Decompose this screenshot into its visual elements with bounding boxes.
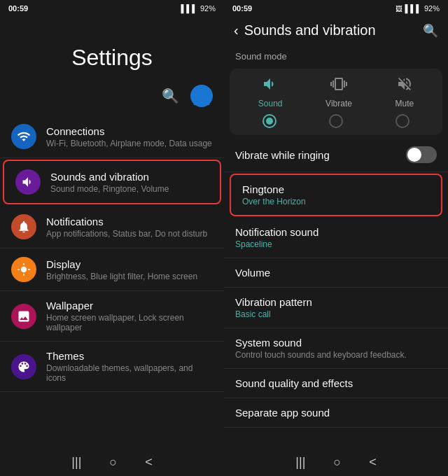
wallpaper-title: Wallpaper xyxy=(46,300,213,312)
connections-subtitle: Wi-Fi, Bluetooth, Airplane mode, Data us… xyxy=(46,139,213,148)
connections-text: Connections Wi-Fi, Bluetooth, Airplane m… xyxy=(46,125,213,148)
radio-row xyxy=(237,114,435,128)
profile-icon[interactable]: 👤 xyxy=(190,85,213,107)
radio-sound[interactable] xyxy=(262,114,276,128)
display-text: Display Brightness, Blue light filter, H… xyxy=(46,258,213,281)
sounds-title: Sounds and vibration xyxy=(50,171,209,183)
right-nav-menu[interactable]: ||| xyxy=(295,455,305,470)
wallpaper-subtitle: Home screen wallpaper, Lock screen wallp… xyxy=(46,313,213,332)
left-nav-home[interactable]: ○ xyxy=(109,455,117,470)
connections-icon xyxy=(11,124,36,149)
system-sound-subtitle: Control touch sounds and keyboard feedba… xyxy=(235,350,437,360)
ringtone-row[interactable]: Ringtone Over the Horizon xyxy=(230,174,442,216)
search-row: 🔍 👤 xyxy=(0,85,224,115)
sound-mode-options: Sound Vibrate Mute xyxy=(237,76,435,108)
left-signal-icon: ▌▌▌ xyxy=(181,4,197,13)
notifications-title: Notifications xyxy=(46,216,213,227)
right-nav-back[interactable]: < xyxy=(369,455,377,470)
display-subtitle: Brightness, Blue light filter, Home scre… xyxy=(46,272,213,281)
sounds-icon xyxy=(15,169,41,195)
themes-subtitle: Downloadable themes, wallpapers, and ico… xyxy=(46,363,213,383)
system-sound-title: System sound xyxy=(235,337,437,349)
right-title-row: ‹ Sounds and vibration 🔍 xyxy=(224,17,448,44)
notifications-icon xyxy=(11,214,36,239)
left-nav-bar: ||| ○ < xyxy=(0,448,224,476)
display-icon xyxy=(11,257,36,282)
settings-item-themes[interactable]: Themes Downloadable themes, wallpapers, … xyxy=(0,342,224,392)
right-title-container: ‹ Sounds and vibration xyxy=(234,22,376,38)
left-status-icons: ▌▌▌ 92% xyxy=(181,4,216,13)
right-search-icon[interactable]: 🔍 xyxy=(423,23,438,38)
separate-app-title: Separate app sound xyxy=(235,407,437,419)
sound-option-vibrate[interactable]: Vibrate xyxy=(326,76,352,108)
vibrate-label: Vibrate xyxy=(326,99,352,108)
separate-app-sound-row[interactable]: Separate app sound xyxy=(224,398,448,428)
right-content: Sound mode Sound Vibrate xyxy=(224,44,448,448)
themes-icon xyxy=(11,354,36,379)
right-time: 00:59 xyxy=(232,4,252,13)
notification-sound-row[interactable]: Notification sound Spaceline xyxy=(224,218,448,258)
right-page-title: Sounds and vibration xyxy=(244,22,376,38)
notification-sound-value: Spaceline xyxy=(235,239,437,249)
right-nav-home[interactable]: ○ xyxy=(333,455,341,470)
radio-mute[interactable] xyxy=(396,114,410,128)
system-sound-row[interactable]: System sound Control touch sounds and ke… xyxy=(224,328,448,369)
themes-text: Themes Downloadable themes, wallpapers, … xyxy=(46,350,213,383)
right-panel: 00:59 🖼 ▌▌▌ 92% ‹ Sounds and vibration 🔍… xyxy=(224,0,448,476)
right-signal-icon: ▌▌▌ xyxy=(405,4,421,13)
ringtone-title: Ringtone xyxy=(242,183,430,195)
left-nav-menu[interactable]: ||| xyxy=(71,455,81,470)
sound-mode-label: Sound mode xyxy=(224,44,448,66)
themes-title: Themes xyxy=(46,350,213,362)
sound-option-mute[interactable]: Mute xyxy=(396,76,414,108)
sound-mode-section: Sound Vibrate Mute xyxy=(230,69,442,135)
settings-item-notifications[interactable]: Notifications App notifications, Status … xyxy=(0,206,224,248)
connections-title: Connections xyxy=(46,125,213,137)
sounds-text: Sounds and vibration Sound mode, Rington… xyxy=(50,171,209,194)
right-battery: 92% xyxy=(424,4,440,13)
left-status-bar: 00:59 ▌▌▌ 92% xyxy=(0,0,224,17)
wallpaper-icon xyxy=(11,304,36,329)
settings-list: Connections Wi-Fi, Bluetooth, Airplane m… xyxy=(0,115,224,448)
sound-icon xyxy=(262,76,279,96)
volume-row[interactable]: Volume xyxy=(224,258,448,288)
right-photo-icon: 🖼 xyxy=(396,5,402,13)
left-battery: 92% xyxy=(200,4,216,13)
radio-vibrate[interactable] xyxy=(329,114,343,128)
sound-option-sound[interactable]: Sound xyxy=(258,76,283,108)
settings-item-display[interactable]: Display Brightness, Blue light filter, H… xyxy=(0,248,224,291)
mute-icon xyxy=(396,76,413,96)
notifications-subtitle: App notifications, Status bar, Do not di… xyxy=(46,229,213,239)
sounds-subtitle: Sound mode, Ringtone, Volume xyxy=(50,184,209,194)
vibration-pattern-row[interactable]: Vibration pattern Basic call xyxy=(224,288,448,328)
left-nav-back[interactable]: < xyxy=(145,455,153,470)
vibrate-while-ringing-row[interactable]: Vibrate while ringing xyxy=(224,138,448,172)
wallpaper-text: Wallpaper Home screen wallpaper, Lock sc… xyxy=(46,300,213,332)
left-panel: 00:59 ▌▌▌ 92% Settings 🔍 👤 Connections W… xyxy=(0,0,224,476)
notifications-text: Notifications App notifications, Status … xyxy=(46,216,213,239)
ringtone-value: Over the Horizon xyxy=(242,197,430,206)
vibration-pattern-value: Basic call xyxy=(235,309,437,319)
vibration-pattern-title: Vibration pattern xyxy=(235,296,437,308)
sound-quality-row[interactable]: Sound quality and effects xyxy=(224,369,448,398)
back-button[interactable]: ‹ xyxy=(234,22,239,38)
vibrate-icon xyxy=(330,76,347,96)
right-status-icons: 🖼 ▌▌▌ 92% xyxy=(396,4,440,13)
settings-item-wallpaper[interactable]: Wallpaper Home screen wallpaper, Lock sc… xyxy=(0,291,224,342)
settings-title: Settings xyxy=(0,17,224,85)
notification-sound-title: Notification sound xyxy=(235,226,437,238)
search-icon[interactable]: 🔍 xyxy=(162,88,179,104)
left-time: 00:59 xyxy=(8,4,28,13)
right-status-bar: 00:59 🖼 ▌▌▌ 92% xyxy=(224,0,448,17)
vibrate-toggle[interactable] xyxy=(406,146,437,163)
vibrate-while-ringing-label: Vibrate while ringing xyxy=(235,149,330,161)
right-nav-bar: ||| ○ < xyxy=(224,448,448,476)
settings-item-sounds[interactable]: Sounds and vibration Sound mode, Rington… xyxy=(3,160,221,204)
settings-item-connections[interactable]: Connections Wi-Fi, Bluetooth, Airplane m… xyxy=(0,115,224,158)
mute-label: Mute xyxy=(396,99,414,108)
volume-title: Volume xyxy=(235,267,437,279)
sound-label: Sound xyxy=(258,99,283,108)
sound-quality-title: Sound quality and effects xyxy=(235,377,437,389)
display-title: Display xyxy=(46,258,213,270)
